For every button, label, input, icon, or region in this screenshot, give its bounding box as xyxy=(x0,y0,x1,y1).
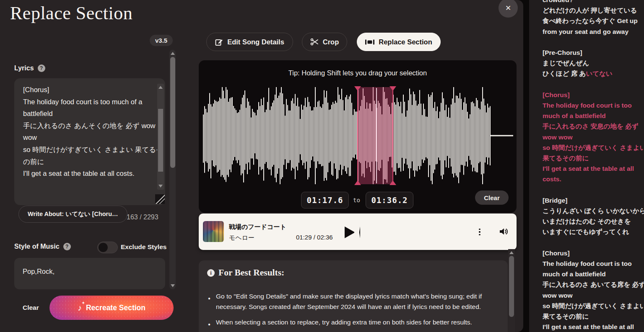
toggle-knob xyxy=(99,243,108,252)
lyrics-label-row: Lyrics ? xyxy=(14,64,45,72)
selection-handle-icon[interactable] xyxy=(390,86,396,91)
help-icon[interactable]: ? xyxy=(38,64,45,72)
lyric-line: The holiday food court is too xyxy=(543,258,639,269)
scrollbar-thumb[interactable] xyxy=(170,57,175,168)
album-art xyxy=(203,221,224,242)
recreate-section-button[interactable]: ♪ ✦ Recreate Section xyxy=(49,296,174,320)
lyric-line xyxy=(543,237,639,248)
lyric-line: [Pre-Chorus] xyxy=(543,47,639,58)
waveform-tip: Tip: Holding Shift lets you drag your se… xyxy=(199,69,517,77)
lyric-line xyxy=(543,185,639,195)
selection-region[interactable] xyxy=(357,87,393,184)
lyric-line xyxy=(543,79,639,90)
lyrics-line: の前に xyxy=(23,156,147,168)
to-label: to xyxy=(353,197,360,203)
music-note-icon: ♪ ✦ xyxy=(78,304,82,312)
edit-icon xyxy=(215,38,223,46)
track-artist: モヘロー xyxy=(229,234,254,242)
play-button[interactable] xyxy=(345,226,360,238)
replace-section-dialog: Replace Section v3.5 Lyrics ? [Chorus]Th… xyxy=(0,0,523,332)
left-panel-scrollbar[interactable] xyxy=(169,50,176,289)
info-icon: i xyxy=(207,269,215,277)
lyrics-line: I'll get a seat at the table at all cost… xyxy=(23,167,147,180)
lyric-line: so 時間だけが過ぎていく さまよい xyxy=(543,301,639,311)
lyric-line: 果てるその前に xyxy=(543,311,639,322)
style-value: Pop,Rock, xyxy=(23,268,55,275)
selection-handle-icon[interactable] xyxy=(390,180,396,185)
lyric-line: [Chorus] xyxy=(543,90,639,100)
clear-button[interactable]: Clear xyxy=(20,304,42,312)
replace-section-icon xyxy=(365,39,374,45)
tab-edit-song-details[interactable]: Edit Song Details xyxy=(206,33,293,51)
best-results-panel: i For Best Results: ●Go to "Edit Song De… xyxy=(199,260,508,332)
lyric-line: どれだけの人が 押し寄せている xyxy=(543,5,639,15)
lyric-line: I'll get a seat at the table at all xyxy=(543,322,639,332)
lyric-line: いまだけはたのむ そのせきを xyxy=(543,216,639,226)
waveform[interactable] xyxy=(202,87,514,184)
scrollbar-thumb[interactable] xyxy=(158,109,163,172)
help-icon[interactable]: ? xyxy=(63,243,71,250)
lyrics-display: crowded?どれだけの人が 押し寄せている食べ終わったなら今すぐ Get u… xyxy=(543,0,639,332)
style-of-music-label: Style of Music xyxy=(14,243,60,250)
lyrics-textarea-scrollbar[interactable] xyxy=(157,84,164,190)
recreate-label: Recreate Section xyxy=(86,304,145,312)
lyric-line: crowded? xyxy=(543,0,639,5)
scroll-up-icon[interactable] xyxy=(509,251,514,254)
tab-crop[interactable]: Crop xyxy=(302,33,347,51)
lyric-line: so 時間だけが過ぎていく さまよい xyxy=(543,142,639,153)
lyric-line: 手に入れるのさ 安息の地を 必ず xyxy=(543,121,639,131)
playback-time: 01:29 / 02:36 xyxy=(296,234,333,241)
scroll-down-icon[interactable] xyxy=(171,284,175,287)
exclude-styles-label: Exclude Styles xyxy=(121,243,166,251)
lyrics-line: so 時間だけがすぎていく さまよい 果てるそ xyxy=(23,144,147,156)
exclude-styles-toggle[interactable] xyxy=(97,242,118,253)
scroll-up-icon[interactable] xyxy=(158,86,163,89)
lyric-line: ひくほど 席 あいてない xyxy=(543,68,639,79)
clear-selection-button[interactable]: Clear xyxy=(475,190,509,205)
scissors-icon xyxy=(310,38,319,46)
style-input[interactable]: Pop,Rock, xyxy=(14,258,165,289)
style-of-music-row: Style of Music ? Exclude Styles xyxy=(14,243,165,250)
lyric-line: こうりんざい ぼくら いかないから xyxy=(543,206,639,216)
lyric-line: from your seat and go away xyxy=(543,26,639,37)
start-time-input[interactable]: 01:17.6 xyxy=(301,192,349,208)
scroll-down-icon[interactable] xyxy=(158,185,163,188)
lyric-line: I'll get a seat at the table at all xyxy=(543,163,639,174)
more-options-button[interactable] xyxy=(476,226,483,238)
sparkle-icon: ✦ xyxy=(82,301,85,305)
kebab-icon xyxy=(479,229,480,230)
lyrics-line: wow xyxy=(23,131,147,144)
lyrics-line: battlefield xyxy=(23,108,147,120)
version-badge: v3.5 xyxy=(150,35,173,46)
lyric-line: まじでぜんぜん xyxy=(543,58,639,68)
selection-handle-icon[interactable] xyxy=(354,86,361,91)
audio-player: 戦場のフードコート モヘロー 01:29 / 02:36 xyxy=(199,214,517,250)
lyric-line: much of a battlefield xyxy=(543,111,639,121)
char-counter: 163 / 2293 xyxy=(127,214,158,221)
lyrics-line: 手に入れるのさ あんそくの地を 必ず wow xyxy=(23,120,147,132)
screen: Replace Section v3.5 Lyrics ? [Chorus]Th… xyxy=(0,0,644,332)
lyrics-label: Lyrics xyxy=(14,64,34,72)
lyrics-textarea[interactable]: [Chorus]The holiday food court is too mu… xyxy=(14,78,165,205)
selection-handle-icon[interactable] xyxy=(354,180,361,185)
lyric-line: 果てるその前に xyxy=(543,153,639,163)
volume-icon xyxy=(499,227,509,236)
song-lyrics-panel[interactable]: crowded?どれだけの人が 押し寄せている食べ終わったなら今すぐ Get u… xyxy=(529,0,644,332)
lyric-line: costs. xyxy=(543,174,639,184)
content-scrollbar[interactable] xyxy=(508,249,515,332)
lyric-line: 食べ終わったなら今すぐ Get up xyxy=(543,15,639,26)
resize-handle[interactable] xyxy=(155,194,165,204)
lyric-line: いますぐにでもゆずってくれ xyxy=(543,226,639,237)
lyric-line: [Bridge] xyxy=(543,195,639,206)
scrollbar-thumb[interactable] xyxy=(509,256,514,317)
best-results-item: ●When selecting a section to replace, tr… xyxy=(208,317,497,330)
volume-button[interactable] xyxy=(499,227,509,237)
end-time-input[interactable]: 01:36.2 xyxy=(366,192,413,208)
page-title: Replace Section xyxy=(10,3,132,24)
tab-replace-section[interactable]: Replace Section xyxy=(357,33,441,51)
write-about-button[interactable]: Write About: いてない [Choru… xyxy=(18,206,127,223)
lyrics-line: The holiday food court is too much of a xyxy=(23,96,147,108)
scroll-up-icon[interactable] xyxy=(171,52,175,55)
best-results-heading: For Best Results: xyxy=(218,268,284,278)
close-button[interactable]: ✕ xyxy=(499,0,518,18)
